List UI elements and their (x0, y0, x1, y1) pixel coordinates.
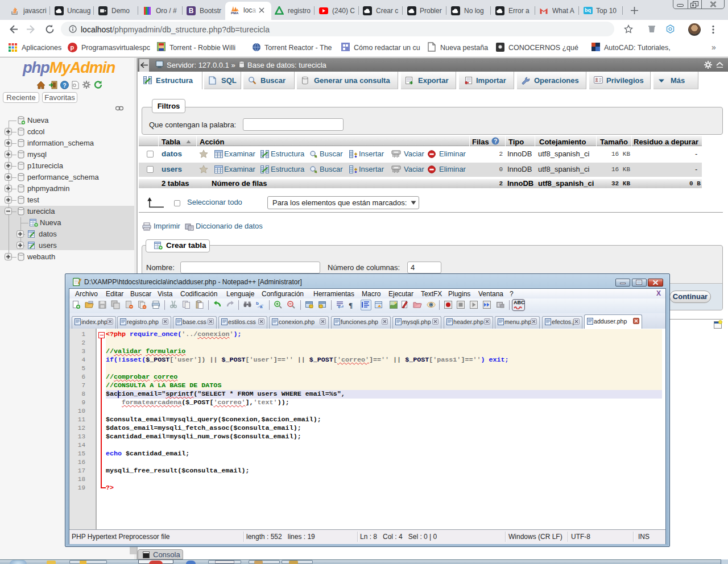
svg-text:?: ? (494, 138, 497, 144)
svg-text:?: ? (63, 82, 67, 89)
svg-text:b: b (256, 301, 259, 306)
svg-text:¶: ¶ (349, 301, 353, 309)
svg-text:PMA: PMA (231, 11, 239, 15)
